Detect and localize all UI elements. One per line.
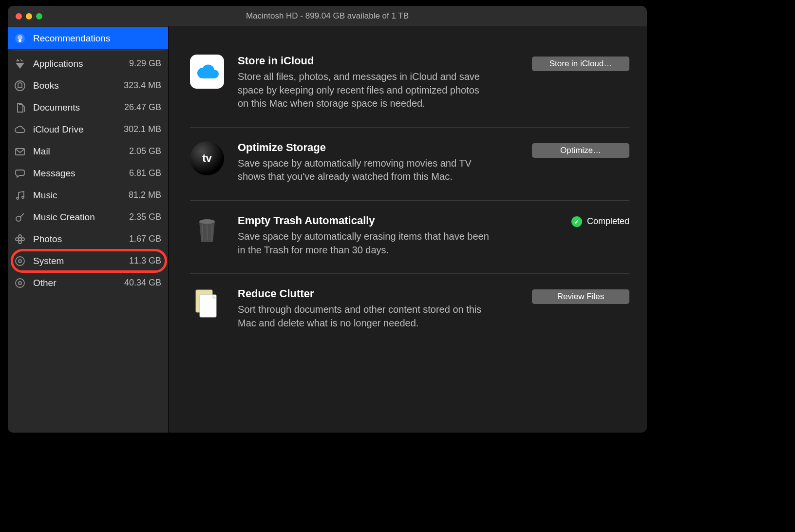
- optimize-button[interactable]: Optimize…: [532, 143, 629, 158]
- sidebar: Recommendations Applications 9.29 GB Boo…: [8, 26, 169, 433]
- sidebar-item-size: 1.67 GB: [129, 234, 161, 244]
- svg-point-12: [21, 238, 24, 241]
- svg-point-3: [15, 81, 25, 91]
- recommendation-reduce-clutter: Reduce Clutter Sort through documents an…: [190, 274, 629, 346]
- sidebar-item-label: Recommendations: [33, 33, 161, 44]
- guitar-icon: [14, 211, 26, 224]
- window-controls: [8, 13, 42, 19]
- close-button[interactable]: [16, 13, 22, 19]
- recommendation-desc: Save space by automatically removing mov…: [238, 157, 491, 184]
- sidebar-item-size: 9.29 GB: [129, 58, 161, 69]
- svg-point-17: [199, 219, 215, 224]
- sidebar-item-photos[interactable]: Photos 1.67 GB: [8, 228, 168, 250]
- titlebar: Macintosh HD - 899.04 GB available of 1 …: [8, 6, 647, 26]
- sidebar-item-label: Documents: [33, 102, 120, 113]
- sidebar-item-label: Messages: [33, 168, 125, 179]
- cloud-icon: [14, 123, 26, 136]
- sidebar-item-other[interactable]: Other 40.34 GB: [8, 272, 168, 294]
- icloud-icon: [190, 55, 224, 89]
- recommendation-optimize-storage: tv Optimize Storage Save space by automa…: [190, 128, 629, 201]
- trash-icon: [190, 214, 224, 248]
- sidebar-divider: [13, 50, 163, 51]
- completed-label: Completed: [587, 216, 629, 227]
- sidebar-item-documents[interactable]: Documents 26.47 GB: [8, 96, 168, 118]
- sidebar-item-music[interactable]: Music 81.2 MB: [8, 184, 168, 206]
- messages-icon: [14, 167, 26, 180]
- svg-point-1: [18, 35, 22, 40]
- sidebar-item-icloud-drive[interactable]: iCloud Drive 302.1 MB: [8, 118, 168, 140]
- sidebar-item-size: 11.3 GB: [129, 256, 161, 266]
- recommendation-title: Empty Trash Automatically: [238, 214, 527, 227]
- recommendation-desc: Sort through documents and other content…: [238, 303, 491, 330]
- sidebar-item-size: 26.47 GB: [124, 102, 161, 113]
- documents-icon: [14, 101, 26, 114]
- svg-point-16: [19, 282, 21, 285]
- sidebar-item-size: 2.05 GB: [129, 146, 161, 156]
- sidebar-item-label: Photos: [33, 234, 125, 245]
- sidebar-item-books[interactable]: Books 323.4 MB: [8, 75, 168, 96]
- sidebar-item-size: 6.81 GB: [129, 168, 161, 178]
- svg-point-10: [19, 241, 21, 244]
- completed-status: ✓ Completed: [571, 216, 629, 227]
- mail-icon: [14, 145, 26, 158]
- svg-point-11: [16, 238, 19, 241]
- recommendation-empty-trash: Empty Trash Automatically Save space by …: [190, 201, 629, 274]
- apple-tv-icon: tv: [190, 141, 224, 175]
- sidebar-item-label: System: [33, 256, 125, 266]
- sidebar-item-messages[interactable]: Messages 6.81 GB: [8, 162, 168, 184]
- lightbulb-icon: [14, 32, 26, 45]
- svg-point-5: [17, 197, 19, 199]
- recommendation-desc: Store all files, photos, and messages in…: [238, 70, 491, 111]
- other-icon: [14, 277, 26, 289]
- checkmark-icon: ✓: [571, 216, 582, 227]
- applications-icon: [14, 57, 26, 70]
- documents-stack-icon: [190, 287, 224, 322]
- sidebar-item-label: Music: [33, 190, 125, 201]
- sidebar-item-recommendations[interactable]: Recommendations: [8, 27, 168, 49]
- recommendation-title: Store in iCloud: [238, 55, 527, 67]
- sidebar-item-label: Mail: [33, 146, 125, 157]
- sidebar-item-size: 2.35 GB: [129, 212, 161, 222]
- sidebar-item-applications[interactable]: Applications 9.29 GB: [8, 53, 168, 75]
- zoom-button[interactable]: [36, 13, 42, 19]
- store-in-icloud-button[interactable]: Store in iCloud…: [532, 57, 629, 71]
- sidebar-item-size: 81.2 MB: [129, 190, 161, 200]
- sidebar-item-label: Music Creation: [33, 212, 125, 223]
- recommendation-store-in-icloud: Store in iCloud Store all files, photos,…: [190, 41, 629, 128]
- recommendations-pane: Store in iCloud Store all files, photos,…: [169, 26, 647, 433]
- sidebar-item-size: 323.4 MB: [124, 80, 161, 91]
- storage-management-window: Macintosh HD - 899.04 GB available of 1 …: [8, 6, 647, 433]
- window-title: Macintosh HD - 899.04 GB available of 1 …: [8, 11, 647, 21]
- books-icon: [14, 79, 26, 92]
- svg-rect-4: [16, 149, 24, 155]
- minimize-button[interactable]: [26, 13, 32, 19]
- sidebar-item-label: iCloud Drive: [33, 124, 120, 135]
- music-icon: [14, 189, 26, 202]
- svg-point-9: [19, 235, 21, 238]
- sidebar-item-label: Books: [33, 80, 120, 91]
- sidebar-item-label: Applications: [33, 58, 125, 69]
- sidebar-item-label: Other: [33, 278, 120, 288]
- recommendation-desc: Save space by automatically erasing item…: [238, 230, 491, 257]
- sidebar-item-size: 40.34 GB: [124, 278, 161, 288]
- svg-point-14: [19, 260, 21, 263]
- recommendation-title: Reduce Clutter: [238, 287, 527, 300]
- sidebar-item-music-creation[interactable]: Music Creation 2.35 GB: [8, 206, 168, 228]
- sidebar-item-system[interactable]: System 11.3 GB: [8, 250, 168, 272]
- photos-icon: [14, 233, 26, 246]
- sidebar-item-mail[interactable]: Mail 2.05 GB: [8, 140, 168, 162]
- recommendation-title: Optimize Storage: [238, 141, 527, 154]
- svg-rect-2: [19, 40, 21, 41]
- svg-point-15: [16, 279, 24, 287]
- review-files-button[interactable]: Review Files: [532, 289, 629, 304]
- system-icon: [14, 255, 26, 267]
- svg-point-6: [22, 196, 24, 198]
- sidebar-item-size: 302.1 MB: [124, 124, 161, 134]
- svg-point-13: [16, 257, 24, 266]
